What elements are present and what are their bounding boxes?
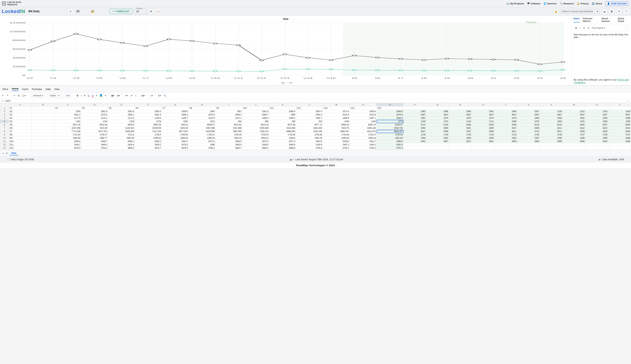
save-button[interactable]: 💾 — [75, 8, 81, 14]
svg-point-79 — [399, 58, 402, 60]
periods-input[interactable] — [136, 10, 145, 13]
text-color-button[interactable]: A — [92, 94, 94, 97]
menu-formulas[interactable]: Formulas — [32, 88, 42, 90]
svg-text:20: 20 — [467, 77, 473, 79]
underline-button[interactable]: U — [583, 27, 585, 29]
terms-text: By using this software, you agree to our… — [571, 77, 631, 85]
wrap-button[interactable]: ⎌ — [135, 94, 136, 97]
nav-services[interactable]: 🌐Services — [543, 2, 557, 5]
highlight-button[interactable]: ✳ — [616, 8, 622, 14]
menu-view[interactable]: View — [54, 88, 60, 90]
add-sheet-button[interactable]: ＋ — [2, 152, 5, 155]
svg-text:12000: 12000 — [9, 22, 26, 24]
ss-underline-button[interactable]: U — [88, 94, 89, 97]
delete-button[interactable]: 🗑 — [609, 8, 614, 14]
forecast-button[interactable]: 〰FORECAST — [110, 9, 133, 14]
tab-quick-guide[interactable]: Quick Guide — [618, 17, 629, 22]
svg-point-108 — [515, 70, 518, 72]
menu-data[interactable]: Data — [46, 88, 51, 90]
ss-italic-button[interactable]: I — [81, 94, 82, 97]
formula-expand[interactable]: ⌄ — [627, 100, 629, 102]
chart-pane: Data Forecast 02000400060008000100001200… — [0, 16, 571, 85]
lock-toggle-button[interactable]: 🔓 — [553, 8, 559, 14]
notes-body[interactable]: Ran forecasts on the first 10 rows of th… — [571, 32, 631, 77]
svg-point-101 — [352, 70, 356, 71]
svg-point-73 — [260, 60, 263, 61]
periods-field[interactable]: Periods — [134, 9, 147, 14]
sheet-tab-data[interactable]: Data — [9, 151, 19, 155]
copy-button[interactable]: ⧉ — [18, 94, 20, 97]
spreadsheet-grid[interactable]: ABCDEFGHIJKLMNOPQRSTUVWXY1V1V3V4V5V6V7V8… — [0, 103, 631, 150]
new-file-button[interactable]: 📄 — [83, 8, 88, 14]
nav-software[interactable]: 🖥️Software — [527, 2, 540, 5]
svg-point-107 — [491, 70, 495, 71]
saved-spreadsheet-select[interactable]: ▾ — [560, 9, 600, 14]
cloud-download-button[interactable]: ☁ — [601, 8, 607, 14]
font-family-select[interactable]: Calibri▾ — [48, 94, 62, 98]
brand-logo: D LAB OF DATA INSIGHTS — [2, 1, 22, 6]
font-name-select[interactable]: Font Name ▾ — [592, 27, 605, 29]
user-menu-button[interactable]: 👤DOM PIZZANO — [605, 2, 629, 6]
svg-point-95 — [213, 70, 217, 72]
sparkline-button[interactable]: 📈 — [156, 8, 161, 14]
main-row: Data Forecast 02000400060008000100001200… — [0, 16, 631, 85]
ss-bold-button[interactable]: B — [77, 94, 78, 97]
brand-line1: LAB OF DATA — [7, 1, 22, 4]
tab-notes[interactable]: Notes — [573, 17, 580, 22]
edit-button[interactable]: ✎ — [68, 8, 74, 14]
nav-research[interactable]: 🔍Research — [560, 2, 574, 5]
nav-about[interactable]: ℹ️About — [592, 2, 602, 5]
settings-button[interactable]: ⚙ — [148, 8, 154, 14]
svg-point-80 — [422, 60, 426, 60]
images-icon: 🖼️ — [91, 10, 94, 13]
align-button[interactable]: ≡▾ — [125, 94, 128, 97]
sort-filter-button[interactable]: ⇅▾ — [158, 94, 161, 97]
number-format-select[interactable]: General▾ — [31, 94, 45, 98]
saved-spreadsheet-input[interactable] — [562, 10, 597, 13]
paste-button[interactable]: 📋▾ — [22, 94, 26, 97]
sparkline-icon: 📈 — [157, 10, 160, 13]
redo-button[interactable]: ↷ — [7, 94, 9, 97]
chart-icon: 〰 — [113, 10, 115, 13]
svg-text:V14: V14 — [303, 77, 313, 79]
borders-button[interactable]: ▦▾ — [111, 94, 115, 97]
clear-button[interactable]: ◇▾ — [150, 94, 153, 97]
topnav: D LAB OF DATA INSIGHTS 📇My Products 🖥️So… — [0, 0, 631, 7]
help-button[interactable]: ? — [624, 8, 629, 14]
app-logo: LockedIN — [2, 8, 25, 14]
chevron-down-icon: ▾ — [597, 10, 598, 13]
merge-button[interactable]: ⊞▾ — [117, 94, 120, 97]
expand-formatbar[interactable]: ⌄ — [625, 27, 627, 29]
svg-point-104 — [422, 70, 426, 71]
tab-about-geneva[interactable]: About Geneva — [601, 17, 614, 22]
conditional-format-button[interactable]: ▤▾ — [142, 94, 145, 97]
svg-text:23: 23 — [537, 77, 543, 79]
svg-rect-38 — [343, 23, 563, 75]
strike-button[interactable]: S — [587, 27, 589, 29]
ss-strike-button[interactable]: S — [84, 94, 85, 97]
undo-button[interactable]: ↶ — [2, 94, 4, 97]
italic-button[interactable]: I — [580, 27, 580, 29]
all-sheets-button[interactable]: ≡ — [6, 152, 8, 154]
find-button[interactable]: 🔍 — [164, 94, 166, 97]
svg-point-66 — [98, 39, 101, 40]
formula-input[interactable] — [5, 100, 627, 102]
tab-forecast-metrics[interactable]: Forecast Metrics — [583, 17, 598, 22]
svg-point-64 — [51, 41, 55, 42]
gallery-button[interactable]: 🖼️ — [90, 8, 96, 14]
font-size-select[interactable]: 11▾ — [64, 94, 72, 98]
lock-icon: 🔒 — [577, 2, 580, 5]
menu-home[interactable]: Home — [12, 87, 19, 91]
valign-button[interactable]: ↓▾ — [130, 94, 133, 97]
svg-text:V3: V3 — [50, 77, 56, 79]
bold-button[interactable]: B — [575, 27, 577, 29]
svg-point-103 — [399, 70, 402, 71]
svg-text:V8: V8 — [166, 77, 172, 79]
svg-text:V5: V5 — [96, 77, 103, 79]
cut-button[interactable]: ✂ — [14, 94, 16, 97]
nav-my-products[interactable]: 📇My Products — [506, 2, 524, 5]
fill-color-button[interactable]: 🪣 — [100, 94, 102, 97]
menu-insert[interactable]: Insert — [22, 88, 28, 90]
menu-file[interactable]: File ▾ — [3, 88, 8, 90]
nav-privacy[interactable]: 🔒Privacy — [577, 2, 588, 5]
